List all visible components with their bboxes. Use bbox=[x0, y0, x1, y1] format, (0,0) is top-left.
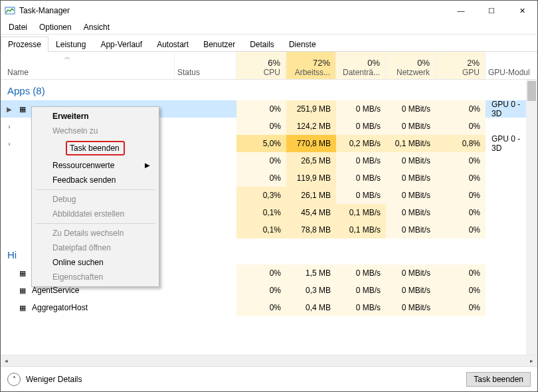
gpu-pct: 2% bbox=[438, 58, 480, 68]
mem-pct: 72% bbox=[289, 58, 330, 68]
column-status[interactable]: Status bbox=[175, 52, 236, 79]
row-gpu: 0% bbox=[436, 152, 486, 169]
row-net: 0 MBit/s bbox=[386, 221, 436, 239]
menu-view[interactable]: Ansicht bbox=[78, 21, 115, 33]
ctx-expand[interactable]: Erweitern bbox=[34, 109, 157, 124]
row-name: AggregatorHost bbox=[32, 303, 88, 312]
column-cpu[interactable]: 6%CPU bbox=[236, 52, 286, 79]
chevron-right-icon[interactable]: › bbox=[5, 140, 13, 147]
row-cpu: 0,3% bbox=[236, 187, 286, 204]
ctx-openfileloc: Dateipfad öffnen bbox=[34, 241, 157, 255]
section-apps: Apps (8) bbox=[1, 80, 537, 100]
row-gpu: 0% bbox=[436, 204, 486, 221]
minimize-icon: — bbox=[458, 7, 465, 15]
ctx-searchonline[interactable]: Online suchen bbox=[34, 255, 157, 270]
row-net: 0 MBit/s bbox=[386, 169, 436, 187]
sort-caret-icon: ︿ bbox=[64, 53, 70, 62]
scrollbar-thumb[interactable] bbox=[527, 81, 536, 101]
row-gpu: 0% bbox=[436, 264, 486, 282]
ctx-feedback[interactable]: Feedback senden bbox=[34, 173, 157, 187]
title-bar[interactable]: Task-Manager — ☐ ✕ bbox=[1, 1, 537, 21]
column-gpu[interactable]: 2%GPU bbox=[436, 52, 486, 79]
row-disk: 0,1 MB/s bbox=[336, 221, 386, 239]
fewer-details-label[interactable]: Weniger Details bbox=[26, 375, 82, 384]
row-net: 0 MBit/s bbox=[386, 204, 436, 221]
row-disk: 0,1 MB/s bbox=[336, 204, 386, 221]
row-mem: 1,5 MB bbox=[286, 264, 336, 282]
maximize-button[interactable]: ☐ bbox=[476, 1, 507, 21]
row-cpu: 0% bbox=[236, 169, 286, 187]
row-disk: 0 MB/s bbox=[336, 299, 386, 316]
minimize-button[interactable]: — bbox=[446, 1, 476, 21]
divider bbox=[1, 34, 537, 35]
scroll-right-icon[interactable]: ▸ bbox=[526, 355, 537, 367]
tab-performance[interactable]: Leistung bbox=[48, 37, 93, 52]
row-name: AgentService bbox=[32, 286, 79, 295]
process-icon: ▦ bbox=[17, 302, 28, 313]
menu-options[interactable]: Optionen bbox=[34, 21, 77, 33]
tab-processes[interactable]: Prozesse bbox=[1, 37, 48, 52]
ctx-endtask-label: Task beenden bbox=[66, 141, 125, 155]
row-mem: 78,8 MB bbox=[286, 221, 336, 239]
row-net: 0 MBit/s bbox=[386, 187, 436, 204]
column-memory[interactable]: 72%Arbeitss... bbox=[286, 52, 336, 79]
column-name-label: Name bbox=[7, 68, 29, 77]
fewer-details-icon[interactable]: ˄ bbox=[7, 373, 21, 386]
app-icon bbox=[5, 5, 15, 16]
row-gpu: 0% bbox=[436, 100, 486, 118]
row-net: 0 MBit/s bbox=[386, 282, 436, 299]
row-cpu: 0% bbox=[236, 299, 286, 316]
row-gpu: 0% bbox=[436, 299, 486, 316]
tab-startup[interactable]: Autostart bbox=[149, 37, 196, 52]
ctx-resourcevalues-label: Ressourcenwerte bbox=[52, 161, 114, 170]
ctx-createdump: Abbilddatei erstellen bbox=[34, 207, 157, 221]
column-name[interactable]: Name bbox=[1, 52, 175, 79]
ctx-endtask[interactable]: Task beenden bbox=[34, 138, 157, 158]
end-task-button[interactable]: Task beenden bbox=[466, 372, 531, 387]
tab-details[interactable]: Details bbox=[242, 37, 282, 52]
row-disk: 0 MB/s bbox=[336, 282, 386, 299]
footer-bar: ˄ Weniger Details Task beenden bbox=[1, 366, 537, 391]
maximize-icon: ☐ bbox=[488, 7, 495, 15]
cpu-lbl: CPU bbox=[239, 68, 280, 77]
row-gpu: 0% bbox=[436, 118, 486, 135]
row-net: 0 MBit/s bbox=[386, 152, 436, 169]
row-cpu: 0% bbox=[236, 118, 286, 135]
row-gpu: 0% bbox=[436, 187, 486, 204]
column-status-label: Status bbox=[177, 68, 200, 77]
ctx-properties: Eigenschaften bbox=[34, 270, 157, 284]
close-button[interactable]: ✕ bbox=[507, 1, 537, 21]
window-title: Task-Manager bbox=[19, 6, 70, 15]
disk-pct: 0% bbox=[339, 58, 380, 68]
net-lbl: Netzwerk bbox=[389, 68, 430, 77]
row-mem: 45,4 MB bbox=[286, 204, 336, 221]
context-menu-separator bbox=[35, 189, 155, 190]
chevron-right-icon[interactable]: ▶ bbox=[5, 106, 13, 113]
table-row[interactable]: ▦AggregatorHost 0% 0,4 MB 0 MB/s 0 MBit/… bbox=[1, 299, 537, 316]
ctx-resourcevalues[interactable]: Ressourcenwerte▶ bbox=[34, 158, 157, 173]
menu-bar: Datei Optionen Ansicht bbox=[1, 21, 537, 34]
row-mem: 770,8 MB bbox=[286, 135, 336, 152]
scroll-left-icon[interactable]: ◂ bbox=[1, 355, 12, 367]
column-disk[interactable]: 0%Datenträ... bbox=[336, 52, 386, 79]
tab-services[interactable]: Dienste bbox=[282, 37, 323, 52]
column-network[interactable]: 0%Netzwerk bbox=[386, 52, 436, 79]
tab-users[interactable]: Benutzer bbox=[196, 37, 242, 52]
menu-file[interactable]: Datei bbox=[3, 21, 33, 33]
row-gpu: 0% bbox=[436, 282, 486, 299]
row-mem: 0,3 MB bbox=[286, 282, 336, 299]
row-disk: 0 MB/s bbox=[336, 152, 386, 169]
row-net: 0 MBit/s bbox=[386, 100, 436, 118]
chevron-right-icon[interactable]: › bbox=[5, 123, 13, 130]
tab-apphistory[interactable]: App-Verlauf bbox=[93, 37, 149, 52]
horizontal-scrollbar[interactable]: ◂ ▸ bbox=[1, 355, 537, 366]
gpu-lbl: GPU bbox=[438, 68, 480, 77]
gpueng-lbl: GPU-Modul bbox=[488, 68, 530, 77]
context-menu-separator bbox=[35, 223, 155, 224]
mem-lbl: Arbeitss... bbox=[289, 68, 330, 77]
row-disk: 0 MB/s bbox=[336, 169, 386, 187]
context-menu: Erweitern Wechseln zu Task beenden Resso… bbox=[31, 106, 159, 287]
vertical-scrollbar[interactable] bbox=[526, 80, 537, 355]
column-gpu-engine[interactable]: GPU-Modul bbox=[486, 52, 537, 79]
ctx-debug: Debug bbox=[34, 192, 157, 207]
